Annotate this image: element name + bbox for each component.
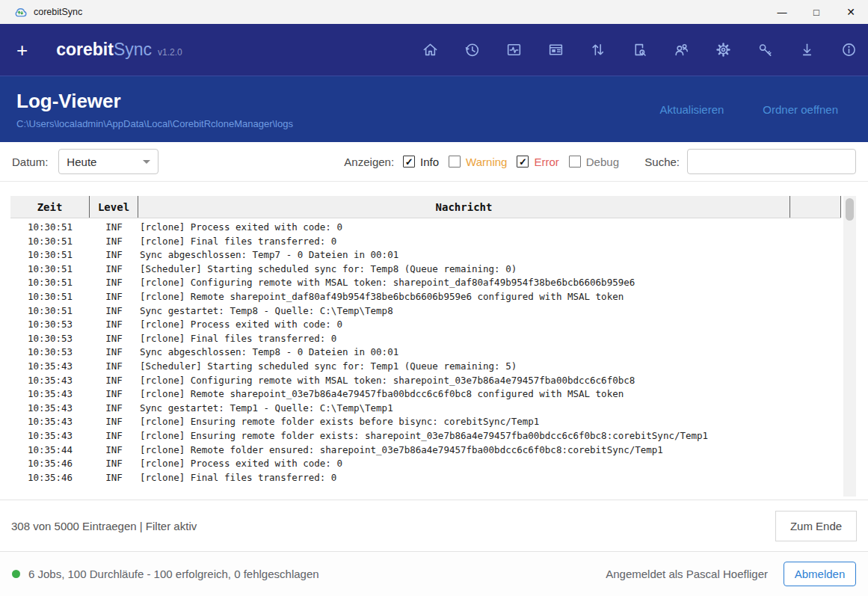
log-message: [rclone] Configuring remote with MSAL to…	[138, 374, 841, 388]
vertical-scrollbar[interactable]	[843, 196, 856, 497]
log-row[interactable]: 10:30:51INF[rclone] Process exited with …	[10, 221, 841, 235]
log-row[interactable]: 10:30:51INFSync abgeschlossen: Temp7 - 0…	[10, 248, 841, 262]
activity-icon[interactable]	[505, 41, 523, 58]
info-icon[interactable]	[840, 41, 858, 58]
log-message: Sync gestartet: Temp8 - Quelle: C:\Temp\…	[138, 304, 841, 319]
refresh-button[interactable]: Aktualisieren	[659, 103, 724, 116]
log-time: 10:30:51	[10, 235, 90, 249]
show-label: Anzeigen:	[344, 156, 394, 168]
filter-checkbox-warning[interactable]: Warning	[449, 156, 507, 168]
log-row[interactable]: 10:30:53INF[rclone] Process exited with …	[10, 318, 841, 332]
date-select[interactable]: Heute	[58, 149, 158, 174]
news-icon[interactable]	[547, 41, 564, 58]
log-footer: 308 von 5000 Eintraegen | Filter aktiv Z…	[0, 500, 868, 552]
page-title: Log-Viewer	[16, 90, 293, 113]
filter-checkbox-debug[interactable]: Debug	[569, 156, 619, 168]
log-row[interactable]: 10:35:43INF[Scheduler] Starting schedule…	[10, 360, 841, 374]
version-label: v1.2.0	[158, 47, 182, 58]
checkbox-label: Info	[420, 156, 439, 168]
log-level: INF	[90, 443, 138, 458]
checkbox-checked-icon[interactable]	[517, 156, 529, 168]
log-row[interactable]: 10:35:43INF[rclone] Ensuring remote fold…	[10, 415, 841, 429]
log-table-header: Zeit Level Nachricht	[10, 196, 841, 218]
log-row[interactable]: 10:35:43INF[rclone] Configuring remote w…	[10, 374, 841, 388]
log-level: INF	[90, 276, 138, 290]
log-message: [rclone] Final files transferred: 0	[138, 235, 841, 249]
log-time: 10:30:51	[10, 290, 90, 304]
log-time: 10:35:43	[10, 360, 90, 374]
log-row[interactable]: 10:35:43INF[rclone] Ensuring remote fold…	[10, 429, 841, 443]
download-icon[interactable]	[798, 41, 816, 58]
log-time: 10:30:51	[10, 276, 90, 290]
log-time: 10:35:43	[10, 374, 90, 388]
filter-checkbox-error[interactable]: Error	[517, 156, 558, 168]
window-title: corebitSync	[34, 7, 82, 17]
search-input[interactable]	[687, 149, 856, 174]
settings-gear-icon[interactable]	[715, 41, 732, 58]
log-row[interactable]: 10:30:51INF[rclone] Remote sharepoint_da…	[10, 290, 841, 304]
chevron-down-icon	[143, 160, 150, 164]
filter-checkbox-info[interactable]: Info	[403, 156, 439, 168]
log-time: 10:35:46	[10, 457, 90, 471]
log-level: INF	[90, 235, 138, 249]
log-time: 10:30:51	[10, 262, 90, 277]
open-folder-button[interactable]: Ordner oeffnen	[763, 103, 838, 116]
close-button[interactable]: ✕	[834, 0, 868, 24]
log-search-icon[interactable]	[631, 41, 648, 58]
maximize-button[interactable]: □	[799, 0, 834, 24]
users-icon[interactable]	[673, 41, 690, 58]
checkbox-label: Error	[534, 156, 558, 168]
checkbox-unchecked-icon[interactable]	[569, 156, 581, 168]
scrollbar-thumb[interactable]	[846, 198, 854, 221]
search-label: Suche:	[644, 156, 680, 168]
log-row[interactable]: 10:35:44INF[rclone] Remote folder ensure…	[10, 443, 841, 458]
add-button[interactable]: +	[16, 40, 28, 60]
window-titlebar: corebitSync —□✕	[0, 0, 868, 24]
log-row[interactable]: 10:35:46INF[rclone] Process exited with …	[10, 457, 841, 471]
log-message: [rclone] Final files transferred: 0	[138, 332, 841, 346]
entries-status-text: 308 von 5000 Eintraegen | Filter aktiv	[11, 520, 197, 532]
log-message: [rclone] Configuring remote with MSAL to…	[138, 276, 841, 290]
jump-to-end-button[interactable]: Zum Ende	[775, 511, 857, 541]
log-level: INF	[90, 332, 138, 346]
log-row[interactable]: 10:35:43INFSync gestartet: Temp1 - Quell…	[10, 402, 841, 416]
log-message: [Scheduler] Starting scheduled sync for:…	[138, 262, 841, 277]
log-level: INF	[90, 304, 138, 319]
column-header-level[interactable]: Level	[90, 196, 138, 218]
transfers-icon[interactable]	[589, 41, 606, 58]
log-row[interactable]: 10:30:53INFSync abgeschlossen: Temp8 - 0…	[10, 345, 841, 360]
log-row[interactable]: 10:30:53INF[rclone] Final files transfer…	[10, 332, 841, 346]
log-row[interactable]: 10:35:43INF[rclone] Remote sharepoint_03…	[10, 387, 841, 402]
log-row[interactable]: 10:35:46INF[rclone] Final files transfer…	[10, 471, 841, 485]
checkbox-checked-icon[interactable]	[403, 156, 415, 168]
home-icon[interactable]	[422, 41, 439, 58]
log-level: INF	[90, 345, 138, 360]
history-icon[interactable]	[464, 41, 481, 58]
log-row[interactable]: 10:30:51INFSync gestartet: Temp8 - Quell…	[10, 304, 841, 319]
log-message: [rclone] Process exited with code: 0	[138, 318, 841, 332]
column-header-nachricht[interactable]: Nachricht	[138, 196, 790, 218]
checkbox-unchecked-icon[interactable]	[449, 156, 461, 168]
log-row[interactable]: 10:30:51INF[rclone] Configuring remote w…	[10, 276, 841, 290]
jobs-status-text: 6 Jobs, 100 Durchläufe - 100 erfolgreich…	[28, 568, 319, 580]
minimize-button[interactable]: —	[765, 0, 799, 24]
log-time: 10:35:43	[10, 415, 90, 429]
log-time: 10:35:44	[10, 443, 90, 458]
column-header-extra	[790, 196, 841, 218]
log-row[interactable]: 10:30:51INF[Scheduler] Starting schedule…	[10, 262, 841, 277]
log-level: INF	[90, 360, 138, 374]
key-icon[interactable]	[757, 41, 774, 58]
logout-button[interactable]: Abmelden	[784, 562, 856, 586]
filter-bar: Datum: Heute Anzeigen: InfoWarningErrorD…	[0, 142, 868, 182]
status-dot	[12, 570, 20, 578]
filter-checkboxes: InfoWarningErrorDebug	[403, 156, 619, 168]
log-message: [rclone] Remote sharepoint_03e7b86a4e794…	[138, 387, 841, 402]
log-message: [rclone] Remote sharepoint_daf80af49b954…	[138, 290, 841, 304]
log-level: INF	[90, 471, 138, 485]
log-row[interactable]: 10:30:51INF[rclone] Final files transfer…	[10, 235, 841, 249]
column-header-zeit[interactable]: Zeit	[10, 196, 90, 218]
log-level: INF	[90, 402, 138, 416]
log-time: 10:30:53	[10, 345, 90, 360]
log-level: INF	[90, 290, 138, 304]
logged-in-text: Angemeldet als Pascal Hoefliger	[606, 568, 768, 580]
